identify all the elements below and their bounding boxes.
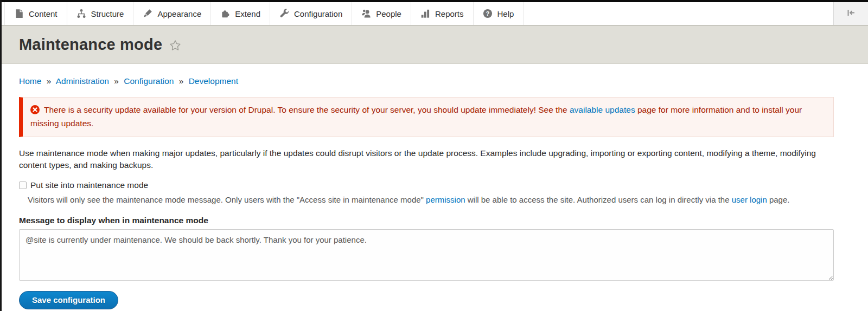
star-shortcut-icon[interactable]	[169, 40, 181, 51]
admin-toolbar: Content Structure Appearance Extend Conf…	[0, 2, 868, 25]
people-icon	[361, 9, 371, 18]
breadcrumb-configuration[interactable]: Configuration	[124, 76, 174, 86]
security-update-error-message: There is a security update available for…	[19, 97, 834, 137]
maintenance-mode-description: Use maintenance mode when making major u…	[19, 147, 834, 171]
toolbar-item-label: Content	[29, 9, 58, 18]
toolbar-item-label: Extend	[235, 9, 260, 18]
toolbar-item-appearance[interactable]: Appearance	[133, 2, 211, 25]
toolbar-item-label: People	[376, 9, 401, 18]
screen-left-edge	[0, 0, 2, 311]
breadcrumb-separator: »	[47, 76, 52, 86]
help-text-before: Visitors will only see the maintenance m…	[28, 195, 424, 204]
breadcrumb-administration[interactable]: Administration	[56, 76, 109, 86]
file-icon	[14, 9, 24, 18]
help-text-after: page.	[769, 195, 790, 204]
maintenance-mode-checkbox[interactable]	[19, 182, 27, 189]
maintenance-mode-help-text: Visitors will only see the maintenance m…	[19, 194, 834, 205]
toolbar-item-content[interactable]: Content	[4, 2, 67, 25]
toolbar-item-label: Structure	[91, 9, 124, 18]
breadcrumb-home[interactable]: Home	[19, 76, 41, 86]
error-text-before: There is a security update available for…	[44, 105, 567, 114]
user-login-link[interactable]: user login	[732, 195, 767, 204]
maintenance-mode-checkbox-label[interactable]: Put site into maintenance mode	[30, 180, 148, 190]
page-header: Maintenance mode	[0, 25, 868, 64]
page-title: Maintenance mode	[19, 36, 162, 54]
message-field-label: Message to display when in maintenance m…	[19, 216, 834, 225]
help-text-middle: will be able to access the site. Authori…	[468, 195, 730, 204]
toolbar-spacer	[524, 2, 833, 25]
toolbar-item-label: Appearance	[157, 9, 201, 18]
sitemap-icon	[76, 9, 86, 18]
toolbar-item-extend[interactable]: Extend	[211, 2, 270, 25]
breadcrumb: Home » Administration » Configuration » …	[19, 76, 834, 86]
paintbrush-icon	[143, 9, 152, 18]
wrench-icon	[279, 9, 289, 18]
toolbar-item-reports[interactable]: Reports	[411, 2, 474, 25]
save-configuration-button[interactable]: Save configuration	[19, 291, 118, 309]
puzzle-icon	[220, 9, 230, 18]
maintenance-message-textarea[interactable]: @site is currently under maintenance. We…	[19, 229, 834, 281]
maintenance-mode-checkbox-row: Put site into maintenance mode	[19, 180, 834, 190]
breadcrumb-separator: »	[114, 76, 119, 86]
breadcrumb-development[interactable]: Development	[189, 76, 238, 86]
toolbar-item-people[interactable]: People	[352, 2, 411, 25]
toolbar-item-label: Configuration	[294, 9, 342, 18]
bar-chart-icon	[420, 9, 430, 18]
toolbar-collapse-icon	[846, 8, 856, 20]
help-icon: ?	[483, 9, 493, 18]
toolbar-item-help[interactable]: ? Help	[474, 2, 524, 25]
main-content: Home » Administration » Configuration » …	[0, 76, 868, 309]
toolbar-item-label: Help	[497, 9, 514, 18]
available-updates-link[interactable]: available updates	[570, 105, 635, 114]
toolbar-item-configuration[interactable]: Configuration	[270, 2, 352, 25]
error-x-circle-icon	[30, 105, 40, 118]
toolbar-item-structure[interactable]: Structure	[67, 2, 134, 25]
toolbar-item-label: Reports	[435, 9, 464, 18]
permission-link[interactable]: permission	[426, 195, 465, 204]
svg-text:?: ?	[486, 10, 489, 17]
breadcrumb-separator: »	[179, 76, 184, 86]
toolbar-orientation-toggle[interactable]	[833, 2, 868, 25]
